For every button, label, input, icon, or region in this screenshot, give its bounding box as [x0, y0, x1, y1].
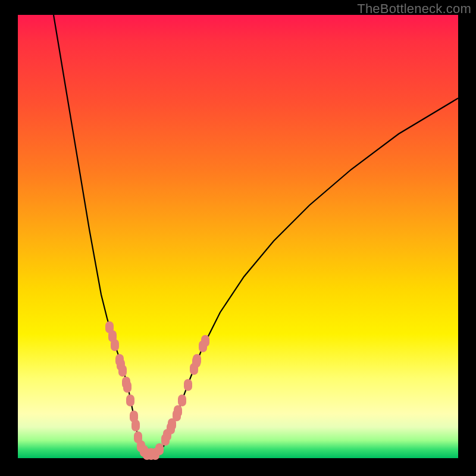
highlight-points: [105, 321, 209, 460]
chart-frame: TheBottleneck.com: [0, 0, 476, 476]
highlight-point: [126, 394, 134, 406]
highlight-point: [192, 356, 201, 368]
bottleneck-curve: [18, 15, 458, 458]
highlight-point: [174, 405, 182, 417]
highlight-point: [155, 443, 164, 455]
highlight-point: [118, 365, 127, 377]
highlight-point: [178, 394, 186, 406]
highlight-point: [201, 335, 209, 347]
highlight-point: [123, 381, 131, 393]
plot-area: [18, 15, 458, 458]
right-curve-path: [158, 98, 458, 454]
left-curve-path: [54, 15, 148, 454]
highlight-point: [184, 379, 192, 391]
highlight-point: [111, 339, 119, 351]
highlight-point: [131, 419, 140, 431]
